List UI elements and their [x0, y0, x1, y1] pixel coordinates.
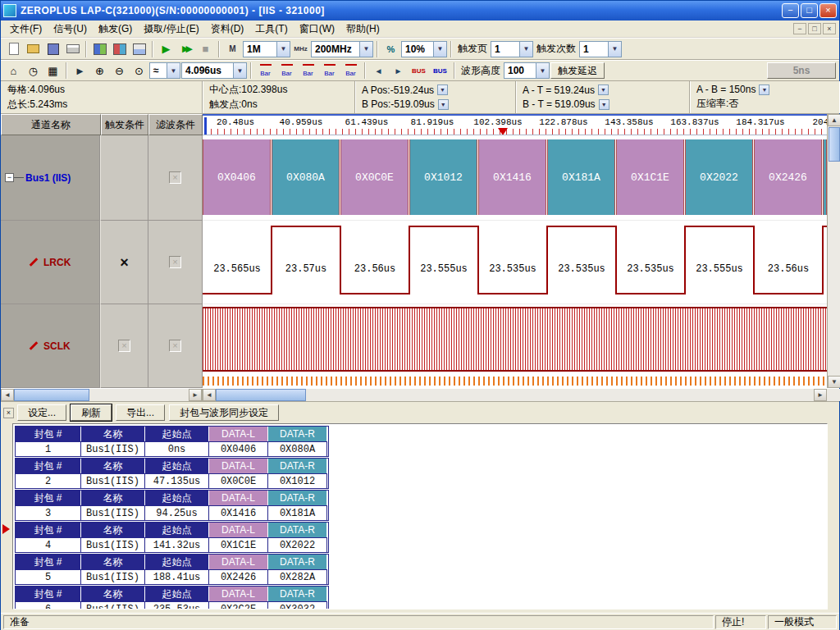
run-button[interactable]: ▶: [157, 40, 176, 58]
channel-panel-scrollbar[interactable]: ◄ ►: [1, 389, 203, 401]
scroll-up-icon[interactable]: ▲: [828, 114, 840, 126]
filter-checkbox-icon[interactable]: ×: [169, 171, 181, 184]
clock-icon[interactable]: ◷: [24, 62, 43, 80]
sample-rate-select[interactable]: 200MHz ▼: [311, 41, 373, 57]
repeat-run-button[interactable]: ▶▶: [176, 40, 195, 58]
a-bar-icon[interactable]: Bar: [255, 62, 276, 79]
next-transition-icon[interactable]: ►: [389, 62, 408, 80]
restore-button[interactable]: □: [801, 3, 818, 18]
scroll-left-icon[interactable]: ◄: [203, 389, 216, 401]
menu-item[interactable]: 资料(D): [205, 21, 250, 38]
lrck-trigger-cell[interactable]: ×: [101, 221, 148, 304]
bus1-filter-cell[interactable]: ×: [148, 135, 203, 221]
panel-close-icon[interactable]: ×: [3, 408, 14, 418]
a-minus-b-dropdown[interactable]: ▼: [759, 84, 769, 95]
vertical-scrollbar[interactable]: ▲ ▼: [827, 114, 840, 388]
goto-bar-icon[interactable]: Bar: [340, 62, 361, 79]
trigger-position-icon[interactable]: %: [381, 40, 400, 58]
trigger-count-select[interactable]: 1 ▼: [579, 41, 622, 57]
sclk-trigger-cell[interactable]: ×: [101, 304, 148, 388]
scroll-track[interactable]: [306, 389, 814, 401]
menu-item[interactable]: 窗口(W): [294, 21, 340, 38]
stop-button[interactable]: ■: [196, 40, 215, 58]
vertical-scroll-track[interactable]: [828, 162, 840, 376]
filter-checkbox-icon[interactable]: ×: [169, 340, 181, 352]
close-button[interactable]: ×: [819, 3, 837, 18]
open-file-icon[interactable]: [24, 40, 43, 58]
bus1-trigger-cell[interactable]: [101, 135, 148, 221]
save-icon[interactable]: [43, 40, 62, 58]
filter-condition-header[interactable]: 滤波条件: [148, 114, 203, 135]
scroll-down-icon[interactable]: ▼: [828, 376, 840, 388]
packet-group[interactable]: 封包 #名称起始点DATA-LDATA-R5Bus1(IIS)188.41us0…: [15, 554, 329, 585]
sample-rate-icon[interactable]: MHz: [291, 40, 310, 58]
mdi-close-button[interactable]: ×: [823, 23, 836, 34]
packet-group[interactable]: 封包 #名称起始点DATA-LDATA-R4Bus1(IIS)141.32us0…: [15, 522, 329, 553]
delete-bar-icon[interactable]: Bar: [319, 62, 340, 79]
trigger-position-select[interactable]: 10% ▼: [401, 41, 447, 57]
lrck-name-cell[interactable]: LRCK: [1, 221, 101, 304]
chevron-down-icon[interactable]: ▼: [536, 63, 549, 78]
trigger-checkbox-icon[interactable]: ×: [118, 340, 130, 352]
time-ruler[interactable]: 20.48us40.959us61.439us81.919us102.398us…: [203, 114, 827, 135]
b-minus-t-dropdown[interactable]: ▼: [599, 99, 609, 110]
filter-checkbox-icon[interactable]: ×: [169, 256, 181, 268]
waveform-view-icon[interactable]: [110, 40, 129, 58]
lrck-waveform-row[interactable]: 23.565us23.57us23.56us23.555us23.535us23…: [203, 221, 827, 304]
packet-value-row[interactable]: 5Bus1(IIS)188.41us0X24260X282A: [16, 569, 328, 584]
chevron-down-icon[interactable]: ▼: [276, 42, 290, 57]
sclk-filter-cell[interactable]: ×: [148, 304, 203, 388]
memory-depth-icon[interactable]: M: [223, 40, 242, 58]
add-bar-icon[interactable]: Bar: [298, 62, 318, 79]
pointer-tool-icon[interactable]: ►: [71, 62, 89, 80]
display-mode-select[interactable]: ≈ ▼: [149, 62, 180, 79]
export-button[interactable]: 导出...: [116, 404, 165, 421]
print-icon[interactable]: [63, 40, 82, 58]
dont-care-icon[interactable]: ×: [120, 256, 129, 269]
time-div-select[interactable]: 4.096us ▼: [181, 62, 247, 79]
packet-group[interactable]: 封包 #名称起始点DATA-LDATA-R6Bus1(IIS)235.53us0…: [15, 586, 329, 609]
packet-value-row[interactable]: 2Bus1(IIS)47.135us0X0C0E0X1012: [16, 473, 328, 488]
b-pos-dropdown[interactable]: ▼: [438, 99, 449, 110]
channel-row-bus1[interactable]: − Bus1 (IIS) ×: [1, 135, 203, 221]
menu-item[interactable]: 触发(G): [93, 21, 138, 38]
trigger-delay-button[interactable]: 触发延迟: [550, 62, 605, 79]
mdi-minimize-button[interactable]: −: [793, 23, 806, 34]
menu-item[interactable]: 信号(U): [48, 21, 93, 38]
a-minus-t-dropdown[interactable]: ▼: [598, 84, 609, 95]
channel-row-lrck[interactable]: LRCK × ×: [1, 221, 203, 304]
b-bar-icon[interactable]: Bar: [276, 62, 297, 79]
packet-value-row[interactable]: 4Bus1(IIS)141.32us0X1C1E0X2022: [16, 537, 328, 552]
wave-height-select[interactable]: 100 ▼: [504, 62, 550, 79]
prev-transition-icon[interactable]: ◄: [369, 62, 388, 80]
listing-view-icon[interactable]: [130, 40, 148, 58]
menu-item[interactable]: 帮助(H): [340, 21, 386, 38]
bus-waveform-row[interactable]: 0X04060X080A0X0C0E0X10120X14160X181A0X1C…: [203, 135, 827, 221]
menu-item[interactable]: 工具(T): [249, 21, 293, 38]
minimize-button[interactable]: −: [782, 3, 799, 18]
zoom-in-icon[interactable]: ⊕: [90, 62, 109, 80]
zoom-fit-icon[interactable]: ⊙: [130, 62, 148, 80]
bus1-name-cell[interactable]: − Bus1 (IIS): [1, 135, 101, 221]
packet-group[interactable]: 封包 #名称起始点DATA-LDATA-R2Bus1(IIS)47.135us0…: [15, 458, 329, 489]
bus-analysis-icon[interactable]: [90, 40, 109, 58]
channel-scroll-thumb[interactable]: [14, 389, 89, 401]
chevron-down-icon[interactable]: ▼: [608, 42, 621, 57]
trigger-cursor-icon[interactable]: [498, 128, 508, 135]
sclk-waveform-row[interactable]: [203, 304, 827, 388]
memory-depth-select[interactable]: 1M ▼: [243, 41, 290, 57]
waveform-area[interactable]: 20.48us40.959us61.439us81.919us102.398us…: [203, 114, 827, 388]
chevron-down-icon[interactable]: ▼: [359, 42, 372, 57]
settings-button[interactable]: 设定...: [17, 404, 66, 421]
bus-list-icon[interactable]: BUS: [430, 62, 450, 79]
channel-name-header[interactable]: 通道名称: [1, 114, 101, 135]
a-pos-dropdown[interactable]: ▼: [437, 84, 448, 95]
packet-value-row[interactable]: 3Bus1(IIS)94.25us0X14160X181A: [16, 505, 328, 520]
bus-packet-icon[interactable]: BUS: [409, 62, 429, 79]
scroll-track[interactable]: [89, 389, 189, 401]
trigger-page-select[interactable]: 1 ▼: [491, 41, 533, 57]
sync-packet-wave-button[interactable]: 封包与波形同步设定: [169, 404, 279, 421]
waveform-scroll-thumb[interactable]: [216, 389, 306, 401]
lrck-filter-cell[interactable]: ×: [148, 221, 203, 304]
menu-item[interactable]: 文件(F): [4, 21, 48, 38]
